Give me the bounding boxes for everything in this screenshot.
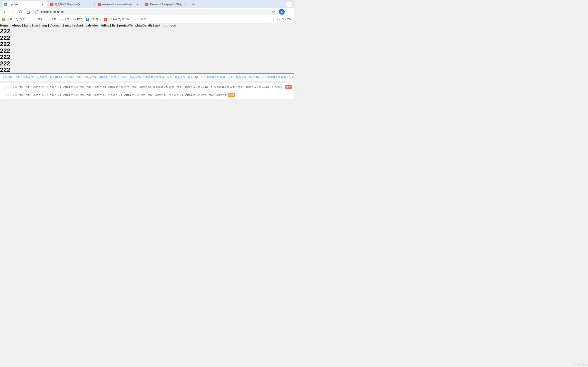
nav-link-langeum[interactable]: LangEum: [24, 24, 38, 27]
site-info-icon[interactable]: i: [35, 10, 38, 13]
nav-separator: |: [117, 24, 119, 27]
nav-link-list[interactable]: list: [112, 24, 117, 27]
svg-point-3: [4, 18, 5, 18]
nav-link-caleader[interactable]: caleader: [86, 24, 98, 27]
nav-link-img[interactable]: Img: [42, 24, 47, 27]
tabs-dropdown-button[interactable]: ⌄: [286, 2, 292, 7]
checkbox-cell: [0, 91, 10, 99]
tab-close-icon[interactable]: ✕: [41, 3, 44, 6]
tab-close-icon[interactable]: ✕: [88, 3, 92, 6]
all-bookmarks-label: 所有书签: [281, 17, 292, 21]
tab-separator: [47, 3, 47, 6]
csdn-favicon-icon: C: [145, 3, 148, 6]
bookmark-item[interactable]: 🐾百度一下: [15, 17, 30, 21]
bookmarks-separator: [273, 17, 274, 21]
bookmark-item[interactable]: 译百度翻译: [86, 17, 101, 21]
bookmark-item[interactable]: 🗀资料: [47, 17, 56, 21]
nav-link-projecttemplatedetails[interactable]: projectTemplateDetails: [119, 24, 153, 27]
tab-separator: [95, 3, 95, 6]
url-host: localhost:8080: [40, 10, 59, 13]
svg-point-0: [281, 11, 282, 12]
bookmark-label: PRD: [77, 18, 82, 21]
home-button[interactable]: [25, 8, 31, 15]
bookmark-item[interactable]: 🗀面试: [136, 17, 146, 21]
browser-tab[interactable]: CElementui Tooltip 修改背景色✕: [143, 1, 189, 8]
browser-tab[interactable]: Celement-ui show-overflow-to✕: [95, 1, 142, 8]
table-row: 众里寻他千百度，蓦然回首，那人却在，灯火阑珊处众里寻他千百度，蓦然回首灯火阑珊处…: [0, 83, 294, 91]
apps-label: 应用: [7, 17, 12, 21]
folder-icon: 🗀: [47, 18, 50, 21]
baidu-icon: 🐾: [15, 18, 18, 21]
vue-favicon-icon: V: [4, 3, 7, 6]
tooltip: 众里寻他千百度，蓦然回首，那人却在，灯火阑珊处众里寻他千百度，蓦然回首灯火阑珊处…: [0, 73, 294, 81]
bookmark-label: 面试: [141, 17, 146, 21]
browser-tab[interactable]: C写文章-CSDN创作中心✕: [48, 1, 94, 8]
tab-title: element-ui show-overflow-to: [103, 3, 135, 6]
svg-point-6: [4, 19, 5, 20]
checkbox[interactable]: [4, 94, 7, 96]
all-bookmarks-button[interactable]: 🗀 所有书签: [277, 17, 292, 21]
back-button[interactable]: [2, 8, 8, 15]
folder-icon: 🗀: [34, 18, 37, 21]
toolbar: i localhost:8080/bbb ☆ ⋮: [0, 8, 294, 16]
checkbox[interactable]: [4, 86, 7, 89]
tab-title: Elementui Tooltip 修改背景色: [150, 3, 182, 6]
apps-button[interactable]: 应用: [2, 17, 12, 21]
row-text: 众里寻他千百度，蓦然回首，那人却在，灯火阑珊处众里寻他千百度，蓦然回首，那人却在…: [12, 93, 227, 97]
bookmark-label: 资料: [51, 17, 56, 21]
nav-link-aaa[interactable]: aaa: [155, 24, 160, 27]
heading-number: 222: [0, 34, 294, 41]
tabs-bar: Vmy-object✕C写文章-CSDN创作中心✕Celement-ui sho…: [0, 0, 294, 8]
profile-button[interactable]: [279, 9, 285, 15]
bookmark-label: (18条消息) CSDN -...: [109, 17, 133, 21]
status-badge: 催办: [285, 85, 292, 89]
nav-link-home[interactable]: Home: [0, 24, 9, 27]
folder-icon: 🗀: [60, 18, 63, 21]
folder-icon: 🗀: [136, 18, 139, 21]
heading-number: 222: [0, 54, 294, 60]
bookmark-item[interactable]: C(18条消息) CSDN -...: [104, 17, 133, 21]
content-cell[interactable]: 众里寻他千百度，蓦然回首，那人却在，灯火阑珊处众里寻他千百度，蓦然回首，那人却在…: [10, 93, 294, 97]
nav-link-ccc[interactable]: ccc: [171, 24, 176, 27]
bookmark-label: 百度一下: [20, 17, 30, 21]
nav-separator: |: [47, 24, 50, 27]
browser-tab[interactable]: Vmy-object✕: [2, 1, 47, 8]
nav-separator: |: [160, 24, 162, 27]
folder-icon: 🗀: [277, 18, 280, 21]
forward-button[interactable]: [9, 8, 16, 15]
csdn-favicon-icon: C: [50, 3, 53, 6]
nav-separator: |: [72, 24, 73, 27]
nav-link-account[interactable]: Account: [50, 24, 62, 27]
menu-button[interactable]: ⋮: [286, 8, 292, 15]
nav-link-xiding[interactable]: xiding: [100, 24, 109, 27]
svg-point-7: [2, 20, 3, 21]
address-bar[interactable]: i localhost:8080/bbb ☆: [33, 9, 278, 15]
bookmark-item[interactable]: 🗀PRD: [73, 18, 82, 21]
bookmark-item[interactable]: 🗀学习: [34, 17, 43, 21]
nav-link-bbb[interactable]: bbb: [163, 24, 168, 27]
tabs-overflow: ⌄: [286, 2, 292, 7]
data-table: 众里寻他千百度，蓦然回首，那人却在，灯火阑珊处众里寻他千百度，蓦然回首灯火阑珊处…: [0, 83, 294, 99]
bookmark-item[interactable]: 🗀工作: [60, 17, 69, 21]
status-badge: 传阅: [228, 93, 235, 97]
nav-link-map[interactable]: map: [65, 24, 71, 27]
bookmark-star-icon[interactable]: ☆: [272, 9, 275, 14]
browser-chrome: Vmy-object✕C写文章-CSDN创作中心✕Celement-ui sho…: [0, 0, 294, 23]
svg-point-4: [2, 19, 3, 20]
profile-icon: [280, 10, 283, 13]
nav-link-echart[interactable]: echart: [74, 24, 83, 27]
tab-close-icon[interactable]: ✕: [183, 3, 187, 6]
nav-separator: |: [38, 24, 41, 27]
translate-icon: 译: [86, 18, 89, 21]
new-tab-button[interactable]: +: [190, 2, 196, 7]
svg-point-2: [3, 18, 4, 18]
nav-separator: |: [169, 24, 170, 27]
nav-separator: |: [21, 24, 24, 27]
apps-icon: [2, 18, 5, 21]
nav-link-about[interactable]: About: [12, 24, 21, 27]
bookmark-label: 百度翻译: [90, 17, 101, 21]
content-cell[interactable]: 众里寻他千百度，蓦然回首，那人却在，灯火阑珊处众里寻他千百度，蓦然回首灯火阑珊处…: [10, 85, 294, 89]
reload-button[interactable]: [17, 8, 24, 15]
svg-point-8: [3, 20, 4, 21]
tab-close-icon[interactable]: ✕: [136, 3, 139, 6]
